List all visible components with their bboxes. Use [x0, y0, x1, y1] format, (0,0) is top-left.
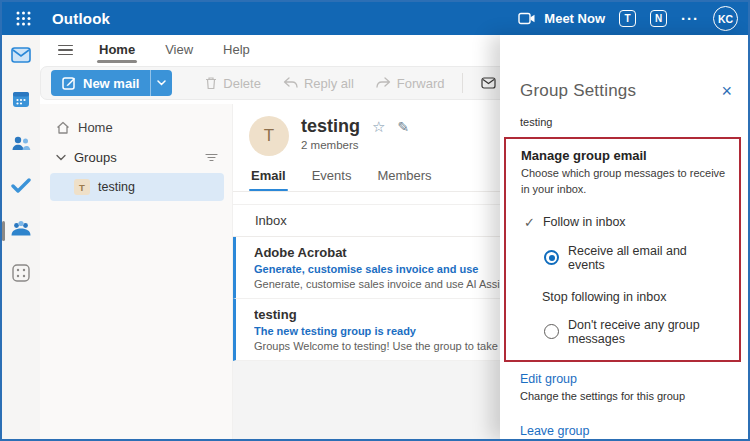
folder-home[interactable]: Home: [50, 114, 224, 140]
delete-button[interactable]: Delete: [196, 70, 270, 96]
forward-icon: [376, 77, 391, 89]
tab-home[interactable]: Home: [97, 38, 137, 63]
meet-now-button[interactable]: Meet Now: [517, 10, 605, 28]
receive-all-option[interactable]: Receive all email and events: [521, 244, 727, 272]
tab-view[interactable]: View: [163, 38, 195, 63]
receive-all-label: Receive all email and events: [568, 244, 727, 272]
dont-receive-option[interactable]: Don't receive any group messages: [521, 318, 727, 346]
panel-group-name: testing: [500, 101, 748, 128]
edit-group-description: Change the settings for this group: [500, 386, 748, 402]
filter-icon[interactable]: [205, 153, 218, 162]
folder-groups-header[interactable]: Groups: [50, 144, 224, 170]
account-avatar[interactable]: KC: [713, 6, 738, 31]
checkmark-icon: ✓: [524, 215, 535, 230]
favorite-star-icon[interactable]: ☆: [372, 118, 385, 136]
ribbon-divider: [462, 73, 463, 93]
hamburger-icon[interactable]: [58, 45, 73, 56]
folder-group-testing[interactable]: T testing: [50, 173, 224, 201]
rail-mail-icon[interactable]: [2, 47, 40, 63]
manage-group-email-highlight: Manage group email Choose which group me…: [504, 137, 741, 362]
rail-people-icon[interactable]: [2, 135, 40, 151]
new-mail-button[interactable]: New mail: [51, 70, 172, 96]
panel-title: Group Settings: [520, 81, 636, 101]
outlook-window: Outlook Meet Now T N ··· KC: [0, 0, 750, 441]
compose-icon: [62, 76, 76, 90]
home-icon: [56, 121, 70, 134]
inbox-label: Inbox: [255, 213, 287, 228]
folder-pane: Home Groups T testing: [40, 104, 232, 439]
mail-read-icon: [481, 77, 496, 89]
rail-selection-indicator: [2, 221, 5, 241]
app-launcher-waffle-icon[interactable]: [10, 6, 36, 32]
group-avatar: T: [249, 116, 289, 156]
reply-all-button[interactable]: Reply all: [274, 70, 363, 96]
rail-apps-icon[interactable]: [2, 264, 40, 282]
group-settings-panel: Group Settings × testing Manage group em…: [500, 35, 748, 439]
manage-group-email-description: Choose which group messages to receive i…: [521, 166, 727, 198]
top-app-bar: Outlook Meet Now T N ··· KC: [2, 2, 748, 35]
teams-icon[interactable]: T: [619, 10, 636, 27]
new-mail-label: New mail: [83, 76, 139, 91]
close-icon[interactable]: ×: [721, 82, 732, 100]
follow-in-inbox-label: Follow in inbox: [543, 215, 626, 229]
tab-events[interactable]: Events: [312, 168, 352, 191]
new-mail-dropdown-arrow[interactable]: [150, 70, 172, 96]
forward-label: Forward: [397, 76, 445, 91]
reply-all-icon: [283, 77, 298, 89]
rail-todo-icon[interactable]: [2, 178, 40, 193]
rail-groups-icon[interactable]: [2, 220, 40, 237]
meet-now-label: Meet Now: [544, 11, 605, 26]
trash-icon: [205, 76, 217, 90]
tab-help[interactable]: Help: [221, 38, 252, 63]
delete-label: Delete: [223, 76, 261, 91]
reply-all-label: Reply all: [304, 76, 354, 91]
folder-group-testing-label: testing: [98, 180, 135, 194]
follow-in-inbox-row: ✓ Follow in inbox: [521, 215, 727, 230]
edit-group-link[interactable]: Edit group: [500, 362, 748, 386]
edit-pencil-icon[interactable]: ✎: [397, 119, 409, 135]
radio-unselected-icon[interactable]: [544, 324, 559, 339]
tab-email[interactable]: Email: [251, 168, 286, 191]
tab-members[interactable]: Members: [377, 168, 431, 191]
video-camera-icon: [517, 10, 537, 28]
onenote-icon[interactable]: N: [650, 10, 667, 27]
group-members-count: 2 members: [301, 139, 409, 151]
rail-calendar-icon[interactable]: [2, 90, 40, 108]
group-avatar-small: T: [74, 179, 90, 195]
chevron-down-icon: [56, 154, 66, 161]
app-rail: [2, 35, 40, 439]
leave-group-link[interactable]: Leave group: [500, 402, 748, 438]
more-options-icon[interactable]: ···: [681, 10, 699, 27]
folder-home-label: Home: [78, 120, 113, 135]
stop-following-label: Stop following in inbox: [521, 290, 727, 304]
radio-selected-icon[interactable]: [544, 250, 559, 265]
dont-receive-label: Don't receive any group messages: [568, 318, 727, 346]
folder-groups-label: Groups: [74, 150, 117, 165]
group-name: testing: [301, 116, 360, 137]
manage-group-email-heading: Manage group email: [521, 148, 727, 163]
forward-button[interactable]: Forward: [367, 70, 454, 96]
app-title: Outlook: [52, 10, 110, 27]
